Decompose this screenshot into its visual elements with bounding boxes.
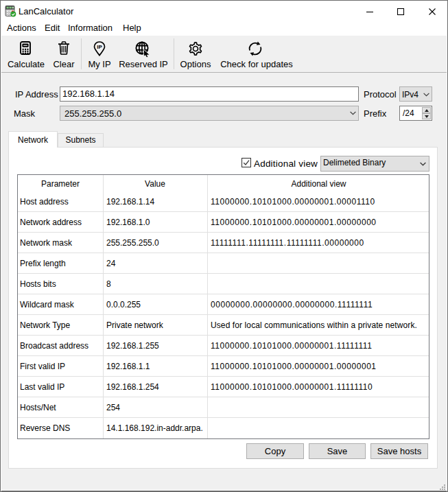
svg-text:IP: IP <box>97 44 102 50</box>
